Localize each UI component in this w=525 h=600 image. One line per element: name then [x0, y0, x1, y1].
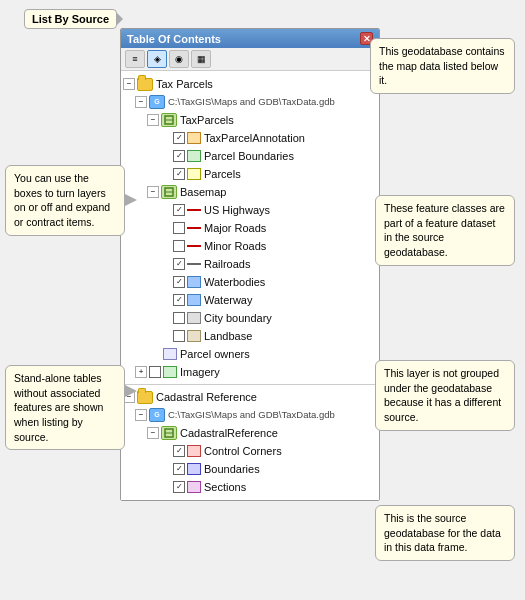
checkbox-railroads[interactable]	[173, 258, 185, 270]
layer-icon-minor-roads	[187, 240, 201, 252]
toolbar-source-btn[interactable]: ◈	[147, 50, 167, 68]
major-roads-label: Major Roads	[204, 220, 266, 236]
control-corners-label: Control Corners	[204, 443, 282, 459]
landbase-label: Landbase	[204, 328, 252, 344]
checkbox-parcels[interactable]	[173, 168, 185, 180]
railroads-label: Railroads	[204, 256, 250, 272]
parcel-owners-label: Parcel owners	[180, 346, 250, 362]
toc-divider	[123, 384, 377, 385]
folder-icon-cadastral	[137, 391, 153, 404]
checkbox-city-boundary[interactable]	[173, 312, 185, 324]
layer-annotation: TaxParcelAnnotation	[123, 129, 377, 147]
parcels-label: Parcels	[204, 166, 241, 182]
checkbox-waterbodies[interactable]	[173, 276, 185, 288]
gdb-path-label: C:\TaxGIS\Maps and GDB\TaxData.gdb	[168, 94, 335, 110]
checkbox-waterway[interactable]	[173, 294, 185, 306]
layer-icon-annotation	[187, 132, 201, 144]
waterbodies-label: Waterbodies	[204, 274, 265, 290]
toc-window: Table Of Contents ✕ ≡ ◈ ◉ ▦ − Tax Parcel…	[120, 28, 380, 501]
us-highways-label: US Highways	[204, 202, 270, 218]
imagery-label: Imagery	[180, 364, 220, 380]
gdb-cadastral: − G C:\TaxGIS\Maps and GDB\TaxData.gdb	[123, 406, 377, 424]
layer-sections: Sections	[123, 478, 377, 496]
layer-major-roads: Major Roads	[123, 219, 377, 237]
layer-icon-waterbodies	[187, 276, 201, 288]
checkbox-us-highways[interactable]	[173, 204, 185, 216]
checkbox-major-roads[interactable]	[173, 222, 185, 234]
expand-imagery[interactable]: +	[135, 366, 147, 378]
layer-minor-roads: Minor Roads	[123, 237, 377, 255]
boundaries-label: Boundaries	[204, 461, 260, 477]
expand-fd-basemap[interactable]: −	[147, 186, 159, 198]
fd-taxparcels: − TaxParcels	[123, 111, 377, 129]
toc-toolbar: ≡ ◈ ◉ ▦	[121, 48, 379, 71]
layer-waterway: Waterway	[123, 291, 377, 309]
fd-cadastralreference: − CadastralReference	[123, 424, 377, 442]
layer-boundaries: Boundaries	[123, 460, 377, 478]
parcel-boundaries-label: Parcel Boundaries	[204, 148, 294, 164]
layer-icon-railroads	[187, 258, 201, 270]
toolbar-visibility-btn[interactable]: ◉	[169, 50, 189, 68]
geodatabase-info-callout: This geodatabase contains the map data l…	[370, 38, 515, 94]
folder-icon-tax-parcels	[137, 78, 153, 91]
layer-icon-control-corners	[187, 445, 201, 457]
list-by-source-callout: List By Source	[24, 9, 117, 29]
layer-icon-imagery	[163, 366, 177, 378]
fd-cadastralreference-label: CadastralReference	[180, 425, 278, 441]
checkbox-parcel-boundaries[interactable]	[173, 150, 185, 162]
layer-icon-landbase	[187, 330, 201, 342]
gdb-icon-cadastral: G	[149, 408, 165, 422]
layer-icon-parcels	[187, 168, 201, 180]
layer-waterbodies: Waterbodies	[123, 273, 377, 291]
toolbar-list-btn[interactable]: ≡	[125, 50, 145, 68]
toc-body: − Tax Parcels − G C:\TaxGIS\Maps and GDB…	[121, 71, 379, 500]
fd-basemap-label: Basemap	[180, 184, 226, 200]
minor-roads-label: Minor Roads	[204, 238, 266, 254]
expand-fd-cadastralreference[interactable]: −	[147, 427, 159, 439]
checkbox-minor-roads[interactable]	[173, 240, 185, 252]
expand-tax-parcels[interactable]: −	[123, 78, 135, 90]
expand-fd-taxparcels[interactable]: −	[147, 114, 159, 126]
annotation-label: TaxParcelAnnotation	[204, 130, 305, 146]
feature-classes-callout: These feature classes are part of a feat…	[375, 195, 515, 266]
toc-titlebar: Table Of Contents ✕	[121, 29, 379, 48]
layer-parcels: Parcels	[123, 165, 377, 183]
group-cadastral-reference: − Cadastral Reference	[123, 388, 377, 406]
toolbar-selection-btn[interactable]: ▦	[191, 50, 211, 68]
gdb-cadastral-path-label: C:\TaxGIS\Maps and GDB\TaxData.gdb	[168, 407, 335, 423]
toc-title: Table Of Contents	[127, 33, 221, 45]
cadastral-reference-label: Cadastral Reference	[156, 389, 257, 405]
fd-taxparcels-label: TaxParcels	[180, 112, 234, 128]
checkbox-sections[interactable]	[173, 481, 185, 493]
layer-parcel-owners: Parcel owners	[123, 345, 377, 363]
layer-control-corners: Control Corners	[123, 442, 377, 460]
source-geodatabase-callout: This is the source geodatabase for the d…	[375, 505, 515, 561]
different-source-callout: This layer is not grouped under the geod…	[375, 360, 515, 431]
checkbox-annotation[interactable]	[173, 132, 185, 144]
checkbox-imagery[interactable]	[149, 366, 161, 378]
table-icon-parcel-owners	[163, 348, 177, 360]
expand-gdb-taxdata[interactable]: −	[135, 96, 147, 108]
fd-basemap: − Basemap	[123, 183, 377, 201]
feature-dataset-icon-taxparcels	[161, 113, 177, 127]
layer-icon-major-roads	[187, 222, 201, 234]
city-boundary-label: City boundary	[204, 310, 272, 326]
layer-us-highways: US Highways	[123, 201, 377, 219]
checkbox-boundaries[interactable]	[173, 463, 185, 475]
feature-dataset-icon-basemap	[161, 185, 177, 199]
layer-icon-parcel-boundaries	[187, 150, 201, 162]
feature-dataset-icon-cadastral	[161, 426, 177, 440]
layer-icon-sections	[187, 481, 201, 493]
layer-railroads: Railroads	[123, 255, 377, 273]
layer-icon-waterway	[187, 294, 201, 306]
layer-icon-city-boundary	[187, 312, 201, 324]
layer-icon-boundaries	[187, 463, 201, 475]
sections-label: Sections	[204, 479, 246, 495]
layer-icon-us-highways	[187, 204, 201, 216]
checkbox-landbase[interactable]	[173, 330, 185, 342]
checkbox-control-corners[interactable]	[173, 445, 185, 457]
expand-gdb-cadastral[interactable]: −	[135, 409, 147, 421]
layer-parcel-boundaries: Parcel Boundaries	[123, 147, 377, 165]
gdb-icon: G	[149, 95, 165, 109]
group-tax-parcels: − Tax Parcels	[123, 75, 377, 93]
